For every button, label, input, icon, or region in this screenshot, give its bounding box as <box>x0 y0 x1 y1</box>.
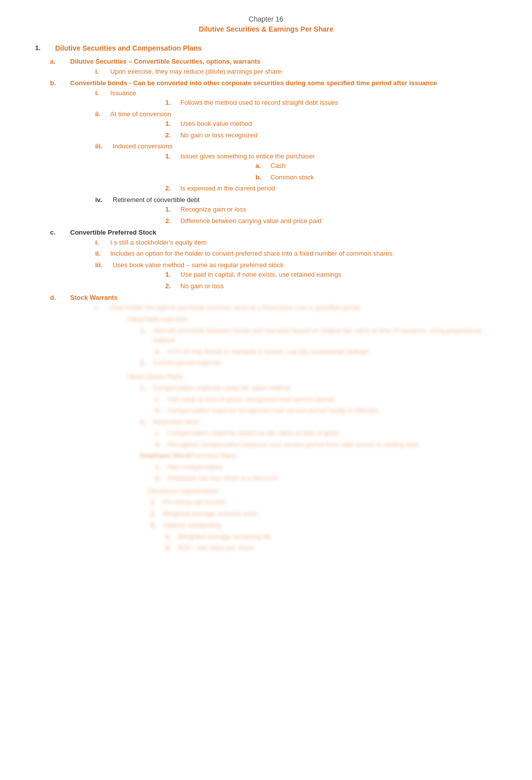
page-header: Chapter 16 Dilutive Securities & Earning… <box>30 15 502 33</box>
marker-b-ii-2: 2. <box>165 130 180 140</box>
item-b-ii-2-text: No gain or loss recognized <box>180 130 502 140</box>
section-b-ii: ii. At time of conversion 1. Uses book v… <box>50 109 502 140</box>
item-b-iv-2-text: Difference between carrying value and pr… <box>180 216 502 226</box>
list-item-b-iv-2: 2. Difference between carrying value and… <box>165 216 502 226</box>
section-b-ii-2: 2. No gain or loss recognized <box>95 130 502 140</box>
list-item-b-iii: iii. Induced conversions <box>95 141 502 151</box>
list-item-b-iii-1a: a. Cash <box>255 161 502 171</box>
section-b-i: i. Issuance 1. Follows the method used t… <box>50 88 502 108</box>
item-b-iii-text: Induced conversions <box>113 141 502 151</box>
item-c-i-text: I s still a stockholder's equity item <box>110 238 502 248</box>
item-a-text: Dilutive Securities – Convertible Securi… <box>70 57 502 67</box>
list-item-b-iii-1b: b. Common stock <box>255 172 502 182</box>
marker-a-i: i. <box>95 67 110 77</box>
marker-b-i-1: 1. <box>165 98 180 108</box>
section-b-iv-2: 2. Difference between carrying value and… <box>95 216 502 226</box>
marker-b-ii-1: 1. <box>165 119 180 129</box>
list-item-c-ii: ii. Includes an option for the holder to… <box>95 249 502 259</box>
list-item-c-iii: iii. Uses book value method – same as re… <box>95 260 502 270</box>
section-c: c. Convertible Preferred Stock i. I s st… <box>35 228 502 291</box>
item-b-ii-text: At time of conversion <box>110 109 502 119</box>
item-b-iii-2-text: Is expensed in the current period <box>180 183 502 193</box>
marker-c-iii-1: 1. <box>165 270 180 280</box>
list-item-c-iii-1: 1. Use paid in capital, if none exists, … <box>165 270 502 280</box>
section-b-iii-2: 2. Is expensed in the current period <box>95 183 502 193</box>
list-item-d: d. Stock Warrants <box>50 293 502 303</box>
section-d-i-blurred: i. Give holder the right to purchase com… <box>50 303 502 553</box>
marker-b-iii-1: 1. <box>165 151 180 161</box>
outline-container: 1. Dilutive Securities and Compensation … <box>35 43 502 553</box>
item-b-i-1-text: Follows the method used to record straig… <box>180 98 502 108</box>
list-item-c-iii-2: 2. No gain or loss <box>165 281 502 291</box>
item-a-i-text: Upon exercise, they may reduce (dilute) … <box>110 67 502 77</box>
section-b-iv-1: 1. Recognize gain or loss <box>95 205 502 215</box>
item-b-iii-1b-text: Common stock <box>271 172 502 182</box>
marker-b-iv-1: 1. <box>165 205 180 215</box>
list-item-b-iv-1: 1. Recognize gain or loss <box>165 205 502 215</box>
chapter-title: Chapter 16 <box>30 15 502 23</box>
item-c-iii-2-text: No gain or loss <box>180 281 502 291</box>
item-b-iv-1-text: Recognize gain or loss <box>180 205 502 215</box>
list-item-c-i: i. I s still a stockholder's equity item <box>95 238 502 248</box>
list-item-a: a. Dilutive Securities – Convertible Sec… <box>50 57 502 67</box>
marker-b-iii: iii. <box>95 141 113 151</box>
item-b-i-text: Issuance <box>110 88 502 98</box>
marker-b-ii: ii. <box>95 109 110 119</box>
marker-d: d. <box>50 293 70 303</box>
item-b-iii-1a-text: Cash <box>271 161 502 171</box>
chapter-subtitle: Dilutive Securities & Earnings Per Share <box>30 25 502 33</box>
section-c-ii: ii. Includes an option for the holder to… <box>50 249 502 259</box>
list-item-b-ii-2: 2. No gain or loss recognized <box>165 130 502 140</box>
item-c-iii-text: Uses book value method – same as regular… <box>113 260 502 270</box>
marker-b-i: i. <box>95 88 110 98</box>
list-item-b-i-1: 1. Follows the method used to record str… <box>165 98 502 108</box>
list-item-b-iv: iv. Retirement of convertible debt <box>95 195 502 205</box>
list-item-b-ii: ii. At time of conversion <box>95 109 502 119</box>
section-a: a. Dilutive Securities – Convertible Sec… <box>35 57 502 76</box>
item-c-text: Convertible Preferred Stock <box>70 228 502 238</box>
marker-b-iii-1b: b. <box>255 172 271 182</box>
item-c-ii-text: Includes an option for the holder to con… <box>110 249 502 259</box>
item-b-iii-1-text: Issuer gives something to entice the pur… <box>180 151 502 161</box>
section-b-iv: iv. Retirement of convertible debt 1. Re… <box>50 195 502 226</box>
list-item-d-i: i. Give holder the right to purchase com… <box>95 303 502 313</box>
section-b-iii-1a: a. Cash <box>165 161 502 171</box>
list-item-a-i: i. Upon exercise, they may reduce (dilut… <box>95 67 502 77</box>
list-item-c: c. Convertible Preferred Stock <box>50 228 502 238</box>
marker-b: b. <box>50 78 70 88</box>
marker-1: 1. <box>35 43 55 53</box>
item-d-text: Stock Warrants <box>70 293 502 303</box>
list-item-b: b. Convertible bonds - Can be converted … <box>50 78 502 88</box>
section-b-iii-1b: b. Common stock <box>165 172 502 182</box>
marker-b-iii-2: 2. <box>165 183 180 193</box>
section-c-iii: iii. Uses book value method – same as re… <box>50 260 502 291</box>
marker-c-ii: ii. <box>95 249 110 259</box>
section-c-iii-1: 1. Use paid in capital, if none exists, … <box>95 270 502 280</box>
marker-c: c. <box>50 228 70 238</box>
marker-b-iv-2: 2. <box>165 216 180 226</box>
list-item-b-iii-1: 1. Issuer gives something to entice the … <box>165 151 502 161</box>
marker-a: a. <box>50 57 70 67</box>
item-b-ii-1-text: Uses book value method <box>180 119 502 129</box>
section-c-iii-2: 2. No gain or loss <box>95 281 502 291</box>
marker-c-iii: iii. <box>95 260 113 270</box>
item-c-iii-1-text: Use paid in capital, if none exists, use… <box>180 270 502 280</box>
section-a-i: i. Upon exercise, they may reduce (dilut… <box>50 67 502 77</box>
section-d: d. Stock Warrants i. Give holder the rig… <box>35 293 502 553</box>
item-d-i-text: Give holder the right to purchase common… <box>110 303 502 313</box>
section-b-ii-1: 1. Uses book value method <box>95 119 502 129</box>
item-b-iv-text: Retirement of convertible debt <box>113 195 502 205</box>
marker-b-iv: iv. <box>95 195 113 205</box>
marker-c-iii-2: 2. <box>165 281 180 291</box>
item1-text: Dilutive Securities and Compensation Pla… <box>55 43 502 54</box>
marker-c-i: i. <box>95 238 110 248</box>
marker-d-i: i. <box>95 303 110 313</box>
list-item-b-i: i. Issuance <box>95 88 502 98</box>
list-item-b-iii-2: 2. Is expensed in the current period <box>165 183 502 193</box>
section-b-i-1: 1. Follows the method used to record str… <box>95 98 502 108</box>
section-b: b. Convertible bonds - Can be converted … <box>35 78 502 226</box>
section-c-i: i. I s still a stockholder's equity item <box>50 238 502 248</box>
section-b-iii: iii. Induced conversions 1. Issuer gives… <box>50 141 502 193</box>
section-b-iii-1: 1. Issuer gives something to entice the … <box>95 151 502 182</box>
item-b-text: Convertible bonds - Can be converted int… <box>70 78 502 88</box>
